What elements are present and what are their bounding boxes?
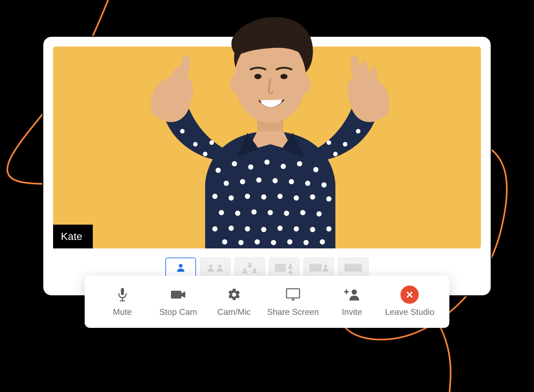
svg-point-31	[268, 210, 273, 215]
stop-cam-button[interactable]: Stop Cam	[155, 287, 201, 317]
svg-point-65	[248, 262, 251, 265]
svg-point-32	[284, 211, 289, 216]
svg-point-18	[305, 181, 310, 186]
participant-name-tag: Kate	[53, 225, 93, 248]
svg-point-17	[289, 179, 294, 184]
svg-point-29	[235, 211, 240, 216]
svg-point-46	[271, 240, 276, 245]
layout-option-three-up[interactable]	[234, 258, 265, 278]
svg-point-70	[289, 270, 291, 272]
control-toolbar: Mute Stop Cam Cam/Mic	[85, 276, 449, 328]
cam-mic-button[interactable]: Cam/Mic	[211, 287, 257, 317]
svg-point-72	[324, 265, 327, 268]
svg-point-48	[303, 240, 309, 245]
svg-point-56	[333, 152, 338, 156]
svg-rect-68	[275, 264, 286, 272]
svg-point-10	[281, 164, 286, 169]
layout-option-two-up[interactable]	[200, 258, 231, 278]
svg-point-19	[321, 182, 327, 188]
svg-point-41	[310, 227, 315, 232]
svg-point-81	[352, 289, 357, 295]
svg-point-54	[343, 142, 347, 147]
fullscreen-icon	[342, 261, 365, 274]
stop-cam-label: Stop Cam	[159, 307, 197, 317]
participant-name: Kate	[61, 231, 82, 242]
svg-point-22	[245, 194, 250, 199]
svg-point-63	[209, 265, 212, 268]
layout-selector	[53, 258, 481, 278]
invite-button[interactable]: Invite	[329, 287, 375, 317]
person-icon	[175, 262, 186, 273]
svg-point-64	[218, 265, 221, 268]
studio-window: Kate	[42, 36, 492, 296]
svg-rect-77	[171, 291, 181, 299]
svg-point-16	[273, 178, 278, 183]
svg-point-37	[245, 226, 250, 231]
svg-rect-74	[121, 288, 124, 295]
svg-point-66	[244, 268, 246, 271]
svg-point-23	[261, 194, 266, 200]
svg-point-27	[326, 196, 331, 202]
monitor-icon	[285, 287, 301, 302]
svg-point-36	[229, 226, 234, 231]
svg-point-26	[310, 194, 315, 200]
svg-point-12	[313, 167, 318, 172]
layout-option-fullscreen[interactable]	[338, 258, 369, 278]
svg-point-62	[179, 264, 182, 268]
svg-rect-71	[309, 264, 322, 272]
svg-point-69	[289, 264, 292, 266]
svg-point-20	[212, 194, 218, 199]
close-icon	[400, 287, 419, 302]
three-person-icon	[238, 261, 261, 274]
svg-point-51	[180, 129, 185, 133]
mute-button[interactable]: Mute	[100, 287, 145, 317]
leave-studio-button[interactable]: Leave Studio	[385, 287, 434, 317]
svg-point-34	[316, 211, 322, 217]
share-screen-button[interactable]: Share Screen	[267, 287, 319, 317]
svg-point-42	[326, 226, 331, 231]
svg-point-6	[216, 168, 221, 173]
svg-point-47	[287, 239, 292, 245]
gear-icon	[227, 287, 241, 302]
svg-point-11	[297, 161, 302, 166]
svg-point-8	[248, 164, 253, 170]
svg-point-55	[356, 129, 360, 133]
microphone-icon	[116, 287, 129, 302]
svg-point-52	[203, 152, 207, 156]
svg-point-67	[253, 268, 256, 271]
svg-point-44	[238, 240, 244, 245]
svg-rect-83	[344, 291, 349, 292]
svg-point-2	[230, 76, 240, 92]
add-person-icon	[344, 287, 360, 302]
svg-point-39	[277, 226, 283, 231]
feature-solo-icon	[307, 261, 330, 274]
svg-point-24	[277, 194, 283, 199]
svg-rect-78	[287, 289, 300, 298]
svg-rect-73	[344, 264, 362, 272]
svg-point-13	[224, 181, 229, 186]
camera-icon	[170, 287, 187, 302]
share-screen-label: Share Screen	[267, 307, 319, 317]
cam-mic-label: Cam/Mic	[218, 307, 251, 317]
svg-point-7	[232, 161, 237, 166]
svg-point-4	[254, 74, 261, 79]
svg-point-33	[300, 210, 305, 215]
mute-label: Mute	[113, 307, 132, 317]
leave-label: Leave Studio	[385, 307, 434, 317]
participant-video	[117, 14, 417, 248]
svg-point-5	[280, 74, 288, 79]
svg-point-57	[327, 140, 331, 145]
svg-point-40	[294, 226, 299, 231]
layout-option-feature-solo[interactable]	[303, 258, 334, 278]
layout-option-solo[interactable]	[165, 258, 196, 278]
invite-label: Invite	[342, 307, 362, 317]
svg-point-50	[193, 142, 198, 147]
svg-point-25	[294, 195, 299, 201]
svg-point-45	[255, 239, 260, 245]
svg-point-35	[212, 226, 218, 231]
layout-option-feature-two[interactable]	[269, 258, 300, 278]
svg-point-15	[256, 177, 261, 183]
svg-point-21	[229, 195, 234, 201]
svg-point-3	[300, 76, 311, 92]
feature-two-icon	[273, 261, 296, 274]
